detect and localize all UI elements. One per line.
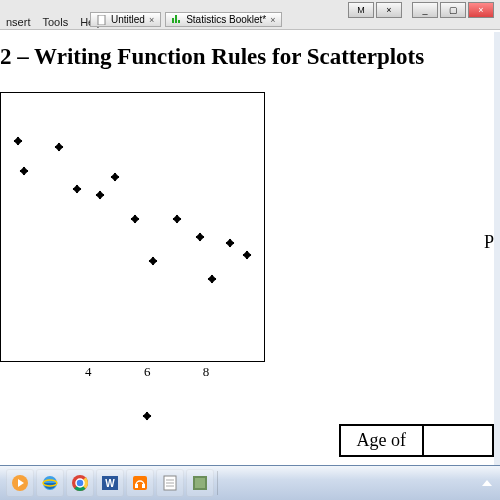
taskbar-ie-icon[interactable]: [36, 469, 64, 497]
scatter-point: [226, 239, 234, 247]
scatter-point: [73, 185, 81, 193]
x-tick-label: 6: [144, 364, 151, 380]
scatter-point: [149, 257, 157, 265]
svg-rect-0: [98, 15, 105, 25]
table-cell-label: Age of: [340, 425, 423, 456]
tab-statistics-booklet[interactable]: Statistics Booklet* ×: [165, 12, 282, 27]
menu-insert[interactable]: nsert: [6, 16, 30, 28]
show-hidden-icons[interactable]: [482, 480, 492, 486]
scatter-point: [196, 233, 204, 241]
window-controls: M × _ ▢ ×: [348, 2, 494, 18]
close-button[interactable]: ×: [468, 2, 494, 18]
scatter-point: [243, 251, 251, 259]
stats-icon: [172, 15, 182, 25]
box-m-button[interactable]: M: [348, 2, 374, 18]
x-tick-label: 4: [85, 364, 92, 380]
scatter-point-stray: [143, 412, 151, 420]
scatter-point: [173, 215, 181, 223]
scatter-point: [14, 137, 22, 145]
svg-rect-15: [142, 484, 145, 488]
taskbar-divider: [217, 471, 218, 495]
taskbar-notes-icon[interactable]: [156, 469, 184, 497]
taskbar-media-player-icon[interactable]: [6, 469, 34, 497]
svg-rect-21: [195, 478, 205, 488]
page-title: 2 – Writing Function Rules for Scatterpl…: [0, 44, 424, 70]
table-cell-value: [423, 425, 493, 456]
taskbar-word-icon[interactable]: W: [96, 469, 124, 497]
document-area: 2 – Writing Function Rules for Scatterpl…: [0, 32, 494, 465]
scatter-point: [55, 143, 63, 151]
scatter-point: [96, 191, 104, 199]
tab-label: Statistics Booklet*: [186, 14, 266, 25]
x-tick-label: 8: [203, 364, 210, 380]
close-icon[interactable]: ×: [270, 15, 275, 25]
tab-untitled[interactable]: Untitled ×: [90, 12, 161, 27]
svg-rect-14: [135, 484, 138, 488]
taskbar-chrome-icon[interactable]: [66, 469, 94, 497]
scatterplot: 468: [0, 92, 265, 362]
document-tabs: Untitled × Statistics Booklet* ×: [90, 12, 282, 27]
scatter-point: [131, 215, 139, 223]
minimize-button[interactable]: _: [412, 2, 438, 18]
doc-icon: [97, 15, 107, 25]
close-icon[interactable]: ×: [149, 15, 154, 25]
scatter-point: [111, 173, 119, 181]
taskbar: W: [0, 465, 500, 500]
data-table: Age of: [339, 424, 494, 457]
title-bar: nsert Tools Help Untitled × Statistics B…: [0, 0, 500, 30]
taskbar-app-icon[interactable]: [186, 469, 214, 497]
scrollbar[interactable]: [494, 32, 500, 465]
maximize-button[interactable]: ▢: [440, 2, 466, 18]
scatter-point: [208, 275, 216, 283]
taskbar-audio-icon[interactable]: [126, 469, 154, 497]
tab-label: Untitled: [111, 14, 145, 25]
svg-text:W: W: [105, 478, 115, 489]
box-x-button[interactable]: ×: [376, 2, 402, 18]
menu-tools[interactable]: Tools: [42, 16, 68, 28]
scatter-point: [20, 167, 28, 175]
cut-off-text: P: [484, 232, 494, 253]
